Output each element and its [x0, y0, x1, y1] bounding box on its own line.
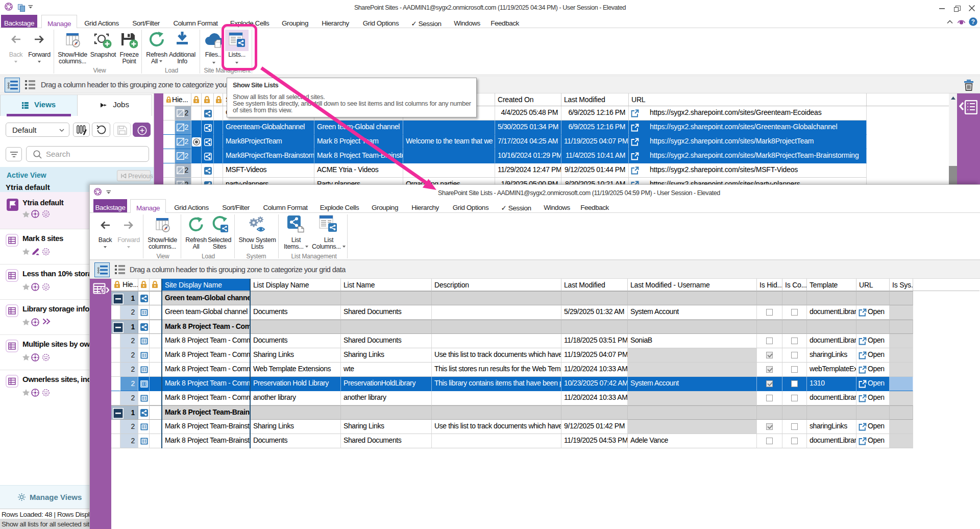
svg-text:?: ? [971, 18, 975, 26]
